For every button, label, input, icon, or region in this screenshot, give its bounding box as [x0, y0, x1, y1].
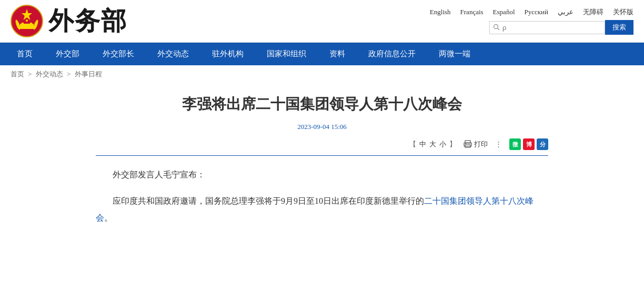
lang-spanish[interactable]: Español: [493, 8, 515, 16]
svg-rect-4: [30, 23, 32, 29]
nav-countries[interactable]: 国家和组织: [255, 43, 318, 65]
svg-point-7: [26, 19, 28, 22]
article-title: 李强将出席二十国集团领导人第十八次峰会: [96, 94, 548, 114]
nav-social[interactable]: 两微一端: [427, 43, 482, 65]
bracket-open: 【: [409, 140, 416, 149]
breadcrumb-home[interactable]: 首页: [11, 70, 24, 78]
lang-english[interactable]: English: [430, 8, 451, 16]
nav-minister[interactable]: 外交部长: [91, 43, 146, 65]
breadcrumb-diplomacy[interactable]: 外交动态: [36, 70, 63, 78]
bracket-close: 】: [449, 140, 456, 149]
breadcrumb-sep-1: >: [28, 70, 34, 78]
font-size-large[interactable]: 大: [429, 140, 436, 149]
nav-resources[interactable]: 资料: [318, 43, 357, 65]
search-bar: 搜索: [489, 20, 633, 35]
share-weibo-icon[interactable]: 博: [523, 138, 535, 150]
svg-rect-3: [22, 23, 24, 29]
language-links: English Français Español Русский عربي 无障…: [430, 7, 633, 17]
share-wechat-icon[interactable]: 微: [509, 138, 521, 150]
lang-arabic[interactable]: عربي: [558, 8, 573, 16]
breadcrumb-sep-2: >: [67, 70, 73, 78]
svg-rect-11: [465, 143, 466, 144]
ministry-calligraphy: 外务部: [48, 4, 127, 38]
font-size-small[interactable]: 小: [439, 140, 446, 149]
article-content: 李强将出席二十国集团领导人第十八次峰会 2023-09-04 15:06 【 中…: [85, 83, 559, 257]
search-input[interactable]: [489, 21, 605, 34]
nav-gov-info[interactable]: 政府信息公开: [357, 43, 427, 65]
article-date: 2023-09-04 15:06: [96, 123, 548, 131]
print-button[interactable]: 打印: [464, 140, 488, 149]
article-body: 外交部发言人毛宁宣布： 应印度共和国政府邀请，国务院总理李强将于9月9日至10日…: [96, 166, 548, 226]
share-link-icon[interactable]: ⋮: [495, 140, 502, 148]
nav-home[interactable]: 首页: [5, 43, 44, 65]
article-paragraph-2: 应印度共和国政府邀请，国务院总理李强将于9月9日至10日出席在印度新德里举行的二…: [96, 193, 548, 226]
print-label: 打印: [474, 140, 488, 149]
nav-mfa[interactable]: 外交部: [44, 43, 91, 65]
header: 外务部 English Français Español Русский عرب…: [0, 0, 644, 43]
nav-overseas[interactable]: 驻外机构: [200, 43, 255, 65]
lang-french[interactable]: Français: [460, 8, 484, 16]
share-other-icon[interactable]: 分: [537, 138, 548, 150]
lang-accessible[interactable]: 无障碍: [583, 7, 603, 17]
top-right-area: English Français Español Русский عربي 无障…: [430, 7, 633, 35]
article-link-summit[interactable]: 二十国集团领导人第十八次峰会: [96, 196, 534, 222]
lang-care[interactable]: 关怀版: [613, 7, 633, 17]
lang-russian[interactable]: Русский: [525, 8, 549, 16]
print-icon: [464, 140, 472, 148]
nav-diplomacy[interactable]: 外交动态: [146, 43, 200, 65]
search-button[interactable]: 搜索: [605, 20, 633, 35]
font-size-medium[interactable]: 中: [419, 140, 426, 149]
national-emblem: [11, 5, 43, 37]
font-size-controls: 【 中 大 小 】: [409, 140, 456, 149]
main-nav: 首页 外交部 外交部长 外交动态 驻外机构 国家和组织 资料 政府信息公开 两微…: [0, 43, 644, 65]
article-paragraph-1: 外交部发言人毛宁宣布：: [96, 166, 548, 183]
breadcrumb-schedule[interactable]: 外事日程: [75, 70, 102, 78]
breadcrumb: 首页 > 外交动态 > 外事日程: [0, 65, 644, 83]
share-icons: 微 博 分: [509, 138, 548, 150]
logo-area: 外务部: [11, 4, 127, 38]
article-tools: 【 中 大 小 】 打印 ⋮ 微 博 分: [96, 138, 548, 156]
